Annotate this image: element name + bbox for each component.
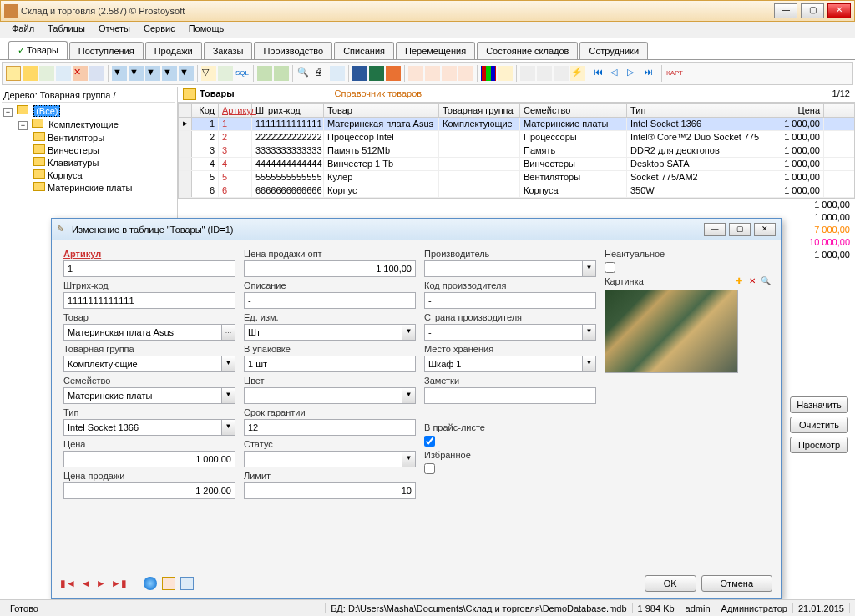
barcode-input[interactable]: [63, 292, 235, 309]
status-select[interactable]: [244, 451, 402, 467]
globe-icon[interactable]: [144, 577, 157, 590]
tab-production[interactable]: Производство: [254, 42, 332, 59]
inprice-checkbox[interactable]: [424, 436, 435, 447]
tree-node-mobo[interactable]: Материнские платы: [3, 181, 174, 194]
chevron-down-icon[interactable]: ▼: [222, 419, 235, 436]
tb-word-icon[interactable]: [352, 66, 367, 81]
tb-delete-icon[interactable]: ✕: [73, 66, 88, 81]
tb-last-icon[interactable]: ⏭: [643, 66, 658, 81]
group-select[interactable]: [63, 356, 222, 372]
tab-stock[interactable]: Состояние складов: [477, 42, 578, 59]
tb-filter1-icon[interactable]: ▼: [112, 66, 127, 81]
tb-doc4-icon[interactable]: [458, 66, 473, 81]
tb-cfg4-icon[interactable]: ⚡: [570, 66, 585, 81]
clear-button[interactable]: Очистить: [790, 417, 848, 433]
tree-node-hdd[interactable]: Винчестеры: [3, 144, 174, 156]
tb-doc2-icon[interactable]: [425, 66, 440, 81]
col-artikul[interactable]: Артикул: [219, 104, 252, 117]
tb-map-icon[interactable]: КАРТ: [665, 66, 680, 81]
desc-input[interactable]: [244, 292, 416, 309]
tb-first-icon[interactable]: ⏮: [593, 66, 608, 81]
family-select[interactable]: [63, 387, 222, 404]
tb-cfg2-icon[interactable]: [537, 66, 552, 81]
menu-reports[interactable]: Отчеты: [92, 22, 137, 38]
tab-goods[interactable]: ✓Товары: [8, 41, 68, 59]
menu-file[interactable]: Файл: [5, 22, 41, 38]
table-row[interactable]: 6 6 6666666666666 Корпус Корпуса 350W 1 …: [179, 184, 854, 198]
manuf-select[interactable]: [424, 260, 583, 277]
dialog-maximize-button[interactable]: ▢: [729, 223, 751, 236]
tb-find-icon[interactable]: 🔍: [296, 66, 311, 81]
chevron-down-icon[interactable]: ▼: [222, 356, 235, 372]
table-row[interactable]: ▸ 1 1 1111111111111 Материнская плата As…: [179, 118, 854, 131]
col-price[interactable]: Цена: [777, 104, 824, 117]
menu-tables[interactable]: Таблицы: [41, 22, 92, 38]
tb-preview-icon[interactable]: [330, 66, 345, 81]
tb-filter5-icon[interactable]: ▼: [179, 66, 194, 81]
table-row[interactable]: 3 3 3333333333333 Память 512Mb Память DD…: [179, 144, 854, 158]
tb-import-icon[interactable]: [274, 66, 289, 81]
fav-checkbox[interactable]: [424, 463, 435, 474]
copy-icon[interactable]: [162, 577, 175, 590]
tb-prev-icon[interactable]: ◁: [610, 66, 625, 81]
tb-print-icon[interactable]: 🖨: [313, 66, 328, 81]
chevron-down-icon[interactable]: ▼: [222, 387, 235, 404]
assign-button[interactable]: Назначить: [790, 396, 848, 413]
tb-funnel-icon[interactable]: ▽: [201, 66, 216, 81]
tab-receipts[interactable]: Поступления: [69, 42, 144, 59]
maximize-button[interactable]: ▢: [801, 3, 824, 18]
chevron-down-icon[interactable]: ▼: [402, 387, 416, 404]
nav-first-icon[interactable]: ▮◄: [60, 578, 76, 589]
table-row[interactable]: 5 5 5555555555555 Кулер Вентиляторы Sock…: [179, 171, 854, 184]
tab-staff[interactable]: Сотрудники: [579, 42, 648, 59]
image-zoom-icon[interactable]: 🔍: [760, 276, 772, 288]
dialog-close-button[interactable]: ✕: [754, 223, 776, 236]
tb-edit-icon[interactable]: [23, 66, 38, 81]
cancel-button[interactable]: Отмена: [701, 575, 772, 592]
data-grid[interactable]: Код Артикул Штрих-код Товар Товарная гру…: [178, 103, 855, 199]
price-sale-input[interactable]: [63, 482, 235, 499]
price-input[interactable]: [63, 451, 235, 467]
tb-html-icon[interactable]: [386, 66, 401, 81]
tb-export-icon[interactable]: [257, 66, 272, 81]
tb-filter3-icon[interactable]: ▼: [145, 66, 160, 81]
minimize-button[interactable]: —: [774, 3, 797, 18]
dialog-titlebar[interactable]: ✎ Изменение в таблице "Товары" (ID=1) — …: [52, 219, 781, 240]
color-select[interactable]: [244, 387, 402, 404]
image-add-icon[interactable]: ✚: [733, 276, 745, 288]
tb-new-icon[interactable]: [6, 66, 21, 81]
tb-cfg1-icon[interactable]: [520, 66, 535, 81]
tree-root[interactable]: − (Все): [3, 104, 174, 118]
table-row[interactable]: 4 4 4444444444444 Винчестер 1 Tb Винчест…: [179, 158, 854, 171]
close-button[interactable]: ✕: [827, 3, 851, 18]
unit-select[interactable]: [244, 324, 402, 341]
limit-input[interactable]: [244, 482, 416, 499]
tree-node-keyboards[interactable]: Клавиатуры: [3, 156, 174, 169]
menu-service[interactable]: Сервис: [137, 22, 182, 38]
tb-paste-icon[interactable]: [56, 66, 71, 81]
tb-sort-icon[interactable]: [218, 66, 233, 81]
nav-next-icon[interactable]: ►: [96, 578, 106, 589]
storage-select[interactable]: [424, 356, 583, 372]
table-row[interactable]: 2 2 2222222222222 Процессор Intel Процес…: [179, 131, 854, 144]
col-tovar[interactable]: Товар: [324, 104, 439, 117]
price-opt-input[interactable]: [244, 260, 416, 277]
col-group[interactable]: Товарная группа: [439, 104, 520, 117]
col-family[interactable]: Семейство: [520, 104, 627, 117]
tb-next-icon[interactable]: ▷: [626, 66, 641, 81]
artikul-input[interactable]: [63, 260, 235, 277]
manuf-code-input[interactable]: [424, 292, 596, 309]
dialog-minimize-button[interactable]: —: [704, 223, 726, 236]
tree-node-components[interactable]: − Комплектующие: [3, 118, 174, 131]
tb-chart-icon[interactable]: [481, 66, 496, 81]
tb-sql-icon[interactable]: SQL: [235, 66, 250, 81]
tb-copy-icon[interactable]: [39, 66, 54, 81]
tb-cfg3-icon[interactable]: [554, 66, 569, 81]
tab-orders[interactable]: Заказы: [204, 42, 253, 59]
chevron-down-icon[interactable]: ▼: [402, 324, 416, 341]
chevron-down-icon[interactable]: ▼: [583, 260, 596, 277]
tovar-input[interactable]: [63, 324, 222, 341]
image-remove-icon[interactable]: ✕: [746, 276, 758, 288]
tb-refresh-icon[interactable]: [89, 66, 104, 81]
expand-icon[interactable]: −: [18, 121, 28, 130]
